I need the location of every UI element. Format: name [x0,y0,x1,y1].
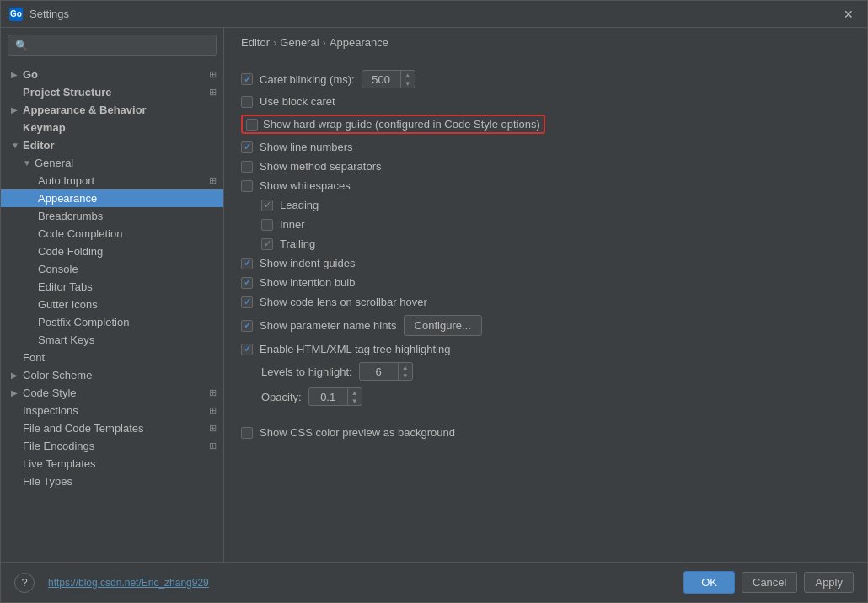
apply-button[interactable]: Apply [804,572,854,593]
sidebar-item-color-scheme[interactable]: ▶ Color Scheme [1,366,223,384]
spacer [241,413,850,426]
window-title: Settings [29,8,69,20]
help-button[interactable]: ? [14,573,35,593]
sidebar-item-project-structure[interactable]: Project Structure ⊞ [1,83,223,101]
sidebar-item-go[interactable]: ▶ Go ⊞ [1,66,223,83]
leading-checkbox[interactable] [261,200,273,211]
sidebar-item-file-types[interactable]: File Types [1,472,223,490]
sidebar-item-label: Font [23,351,217,364]
settings-window: Go Settings ✕ 🔍 ▶ Go ⊞ [0,0,868,603]
sidebar-item-font[interactable]: Font [1,349,223,366]
opacity-spinbox[interactable]: ▲ ▼ [308,387,362,406]
close-button[interactable]: ✕ [839,6,859,23]
sidebar-item-smart-keys[interactable]: Smart Keys [1,331,223,349]
sidebar-item-code-folding[interactable]: Code Folding [1,243,223,260]
use-block-caret-checkbox[interactable] [241,96,253,108]
show-css-color-checkbox[interactable] [241,427,253,439]
show-code-lens-checkbox[interactable] [241,296,253,308]
inner-label: Inner [280,218,305,231]
levels-spinbox[interactable]: ▲ ▼ [359,362,413,381]
sidebar-item-label: Code Completion [38,227,217,240]
sidebar-item-label: Console [38,263,217,275]
sidebar-item-appearance-behavior[interactable]: ▶ Appearance & Behavior [1,101,223,119]
spinbox-down[interactable]: ▼ [401,79,415,88]
show-param-hints-row: Show parameter name hints Configure... [241,315,850,336]
show-line-numbers-row: Show line numbers [241,141,850,153]
sidebar: 🔍 ▶ Go ⊞ Project Structure ⊞ [1,28,224,562]
sidebar-item-label: Keymap [23,121,217,134]
show-css-color-label: Show CSS color preview as background [260,426,455,439]
settings-content: Caret blinking (ms): ▲ ▼ Use block caret [224,56,867,562]
sidebar-item-inspections[interactable]: Inspections ⊞ [1,402,223,419]
show-param-hints-checkbox[interactable] [241,320,253,332]
caret-blinking-label: Caret blinking (ms): [260,73,355,86]
sidebar-item-file-encodings[interactable]: File Encodings ⊞ [1,437,223,455]
caret-blinking-checkbox[interactable] [241,73,253,85]
opacity-down[interactable]: ▼ [348,397,362,405]
sidebar-item-label: File Encodings [23,440,206,452]
arrow-icon: ▶ [11,388,23,398]
sidebar-item-general[interactable]: ▼ General [1,154,223,172]
trailing-row: Trailing [241,237,850,250]
show-whitespaces-checkbox[interactable] [241,180,253,192]
sidebar-item-live-templates[interactable]: Live Templates [1,455,223,472]
sidebar-item-label: Auto Import [38,174,206,187]
arrow-icon: ▶ [11,371,23,380]
spinbox-up[interactable]: ▲ [401,71,415,79]
sidebar-item-postfix-completion[interactable]: Postfix Completion [1,313,223,331]
sidebar-tree: ▶ Go ⊞ Project Structure ⊞ ▶ Appearance … [1,62,223,562]
opacity-up[interactable]: ▲ [348,388,362,397]
show-hard-wrap-label: Show hard wrap guide (configured in Code… [263,118,540,131]
enable-html-xml-checkbox[interactable] [241,344,253,355]
page-icon: ⊞ [209,423,217,434]
levels-input[interactable] [360,364,398,380]
titlebar: Go Settings ✕ [1,1,867,28]
sidebar-item-breadcrumbs[interactable]: Breadcrumbs [1,207,223,225]
show-hard-wrap-row: Show hard wrap guide (configured in Code… [241,115,850,134]
trailing-label: Trailing [280,237,315,250]
search-box[interactable]: 🔍 [8,35,217,56]
show-hard-wrap-checkbox[interactable] [246,119,258,131]
caret-blinking-input[interactable] [362,72,400,88]
sidebar-item-code-style[interactable]: ▶ Code Style ⊞ [1,384,223,402]
hard-wrap-highlight: Show hard wrap guide (configured in Code… [241,115,545,134]
show-intention-bulb-checkbox[interactable] [241,277,253,289]
configure-button[interactable]: Configure... [404,315,482,336]
trailing-checkbox[interactable] [261,238,273,250]
opacity-input[interactable] [309,389,347,405]
sidebar-item-label: Postfix Completion [38,316,217,328]
caret-blinking-spinbox[interactable]: ▲ ▼ [362,70,415,88]
show-method-separators-label: Show method separators [260,160,382,173]
sidebar-item-auto-import[interactable]: Auto Import ⊞ [1,172,223,189]
arrow-icon: ▶ [11,70,23,79]
levels-up[interactable]: ▲ [399,363,412,371]
levels-down[interactable]: ▼ [399,371,412,380]
search-input[interactable] [33,39,209,51]
sidebar-item-code-completion[interactable]: Code Completion [1,225,223,243]
opacity-label: Opacity: [261,391,302,403]
sidebar-item-editor-tabs[interactable]: Editor Tabs [1,278,223,296]
show-indent-guides-checkbox[interactable] [241,258,253,269]
sidebar-item-gutter-icons[interactable]: Gutter Icons [1,296,223,313]
search-icon: 🔍 [15,40,28,51]
app-icon: Go [9,8,23,21]
sidebar-item-label: Inspections [23,404,206,417]
sidebar-item-file-code-templates[interactable]: File and Code Templates ⊞ [1,419,223,437]
use-block-caret-row: Use block caret [241,95,850,108]
show-whitespaces-row: Show whitespaces [241,179,850,192]
show-line-numbers-checkbox[interactable] [241,141,253,153]
sidebar-item-console[interactable]: Console [1,260,223,278]
show-method-separators-checkbox[interactable] [241,161,253,173]
sidebar-item-label: Color Scheme [23,369,217,382]
show-whitespaces-label: Show whitespaces [260,179,351,192]
sidebar-item-keymap[interactable]: Keymap [1,119,223,136]
sidebar-item-label: File and Code Templates [23,422,206,435]
cancel-button[interactable]: Cancel [742,572,797,593]
sidebar-item-appearance[interactable]: Appearance [1,189,223,207]
spinbox-arrows: ▲ ▼ [398,363,412,380]
sidebar-item-editor[interactable]: ▼ Editor [1,136,223,154]
sidebar-item-label: Code Style [23,387,206,399]
ok-button[interactable]: OK [683,571,735,594]
inner-checkbox[interactable] [261,219,273,231]
opacity-row: Opacity: ▲ ▼ [241,387,850,406]
